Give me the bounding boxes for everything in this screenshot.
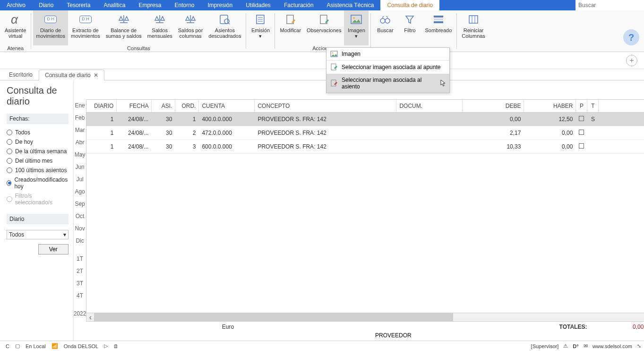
menu-empresa[interactable]: Empresa — [132, 0, 168, 10]
warning-icon[interactable]: ⚠ — [563, 343, 568, 349]
col-asi[interactable]: ASI. — [152, 100, 175, 112]
emision-button[interactable]: Emisión▾ — [248, 10, 273, 45]
col-t[interactable]: T — [587, 100, 599, 112]
status-calendar-icon[interactable]: 🗓 — [111, 343, 121, 349]
diario-movimientos-button[interactable]: D H Diario demovimientos — [33, 10, 68, 45]
month-sep[interactable]: Sep — [75, 198, 85, 210]
radio-creados-hoy[interactable]: Creados/modificados hoy — [7, 175, 69, 191]
asientos-descuadrados-button[interactable]: Asientosdescuadrados — [206, 10, 244, 45]
col-p[interactable]: P — [576, 100, 587, 112]
filtro-button[interactable]: Filtro — [397, 10, 422, 45]
tab-escritorio[interactable]: Escritorio — [3, 69, 39, 80]
buscar-button[interactable]: Buscar — [373, 10, 397, 45]
horizontal-scrollbar[interactable]: ‹ › — [86, 313, 644, 322]
menu-facturacion[interactable]: Facturación — [277, 0, 320, 10]
menu-impresion[interactable]: Impresión — [201, 0, 239, 10]
menu-asistencia[interactable]: Asistencia Técnica — [320, 0, 381, 10]
quarter-1t[interactable]: 1T — [77, 253, 83, 265]
status-onda[interactable]: Onda DELSOL — [61, 343, 101, 349]
search-input[interactable] — [578, 2, 641, 9]
svg-rect-1 — [220, 15, 228, 24]
dropdown-item-sel-apunte[interactable]: Seleccionar imagen asociada al apunte — [326, 61, 449, 74]
radio-100[interactable]: 100 últimos asientos — [7, 166, 69, 175]
month-ago[interactable]: Ago — [75, 185, 85, 198]
month-jul[interactable]: Jul — [76, 173, 83, 185]
month-feb[interactable]: Feb — [75, 112, 85, 124]
table-row[interactable]: 1 24/08/... 30 1 400.0.0.000 PROVEEDOR S… — [86, 113, 644, 126]
balance-sumas-saldos-button[interactable]: Balance desumas y saldos — [103, 10, 145, 45]
saldos-columnas-button[interactable]: Saldos porcolumnas — [175, 10, 206, 45]
col-cuenta[interactable]: CUENTA — [199, 100, 255, 112]
checkbox[interactable] — [576, 140, 587, 153]
extracto-movimientos-button[interactable]: D H Extracto demovimientos — [68, 10, 103, 45]
diario-heading: Diario — [7, 214, 69, 224]
ribbon-group-columns: ReiniciarColumnas — [457, 10, 490, 52]
checkbox[interactable] — [576, 126, 587, 140]
menu-consulta-diario[interactable]: Consulta de diario — [380, 0, 439, 10]
radio-todos[interactable]: Todos — [7, 128, 69, 137]
radio-semana[interactable]: De la última semana — [7, 147, 69, 156]
col-docum[interactable]: DOCUM. — [396, 100, 463, 112]
observaciones-button[interactable]: Observaciones — [304, 10, 344, 45]
columns-balance-icon — [183, 12, 198, 26]
status-play-icon[interactable]: ▷ — [101, 343, 111, 349]
col-debe[interactable]: DEBE — [463, 100, 524, 112]
month-oct[interactable]: Oct — [76, 210, 85, 222]
imagen-button[interactable]: Imagen▾ — [344, 10, 369, 45]
diario-select[interactable]: Todos ▾ — [7, 230, 69, 239]
reiniciar-columnas-button[interactable]: ReiniciarColumnas — [459, 10, 488, 45]
year-2022[interactable]: 2022 — [74, 307, 86, 320]
menu-entorno[interactable]: Entorno — [168, 0, 201, 10]
add-button[interactable]: + — [626, 55, 637, 66]
menu-archivo[interactable]: Archivo — [0, 0, 32, 10]
status-url[interactable]: www.sdelsol.com — [592, 343, 632, 349]
search-box[interactable] — [575, 0, 644, 10]
attach-asiento-icon — [330, 79, 338, 87]
grid-body[interactable]: 1 24/08/... 30 1 400.0.0.000 PROVEEDOR S… — [86, 113, 644, 313]
table-row[interactable]: 1 24/08/... 30 2 472.0.0.000 PROVEEDOR S… — [86, 126, 644, 140]
quarter-3t[interactable]: 3T — [77, 277, 83, 290]
dropdown-item-sel-asiento[interactable]: Seleccionar imagen asociada al asiento — [326, 74, 449, 93]
asistente-virtual-button[interactable]: α Asistentevirtual — [2, 10, 29, 45]
col-ord[interactable]: ORD. — [175, 100, 199, 112]
sombreado-button[interactable]: Sombreado — [422, 10, 455, 45]
quarter-2t[interactable]: 2T — [77, 265, 83, 277]
col-diario[interactable]: DIARIO — [86, 100, 117, 112]
saldos-mensuales-button[interactable]: Saldosmensuales — [145, 10, 175, 45]
menu-analitica[interactable]: Analítica — [97, 0, 132, 10]
quarter-4t[interactable]: 4T — [77, 290, 83, 302]
table-row[interactable]: 1 24/08/... 30 3 600.0.0.000 PROVEEDOR S… — [86, 140, 644, 154]
status-wifi-icon[interactable]: 📶 — [49, 343, 61, 349]
grid-area: ⟳ DIARIO FECHA ASI. ORD. CUENTA CONCEPTO… — [86, 80, 644, 341]
menu-utilidades[interactable]: Utilidades — [239, 0, 277, 10]
help-button[interactable]: ? — [623, 29, 639, 45]
dropdown-item-imagen[interactable]: Imagen — [326, 48, 449, 60]
close-icon[interactable]: ✕ — [94, 72, 98, 79]
col-fecha[interactable]: FECHA — [117, 100, 152, 112]
tab-consulta-diario[interactable]: Consulta de diario ✕ — [39, 70, 104, 80]
scroll-thumb[interactable] — [94, 313, 453, 321]
menu-bar: Archivo Diario Tesorería Analítica Empre… — [0, 0, 644, 10]
modificar-button[interactable]: Modificar — [277, 10, 304, 45]
pin-icon[interactable]: ⤡ — [637, 343, 641, 349]
ver-button[interactable]: Ver — [38, 244, 69, 254]
month-ene[interactable]: Ene — [75, 99, 85, 112]
menu-diario[interactable]: Diario — [32, 0, 60, 10]
mail-icon[interactable]: ✉ — [584, 343, 588, 349]
checkbox[interactable] — [576, 113, 587, 126]
radio-mes[interactable]: Del último mes — [7, 156, 69, 166]
month-mar[interactable]: Mar — [75, 124, 85, 136]
d-badge-icon[interactable]: D° — [573, 343, 578, 349]
radio-hoy[interactable]: De hoy — [7, 137, 69, 147]
month-nov[interactable]: Nov — [75, 222, 85, 235]
status-box-icon[interactable]: ▢ — [12, 343, 23, 349]
month-abr[interactable]: Abr — [76, 136, 85, 149]
month-dic[interactable]: Dic — [76, 235, 84, 247]
month-may[interactable]: May — [75, 149, 86, 161]
month-jun[interactable]: Jun — [75, 161, 84, 173]
col-concepto[interactable]: CONCEPTO — [255, 100, 396, 112]
status-c-icon[interactable]: C — [3, 343, 12, 349]
scroll-left-icon[interactable]: ‹ — [86, 313, 94, 321]
menu-tesoreria[interactable]: Tesorería — [60, 0, 97, 10]
col-haber[interactable]: HABER — [524, 100, 576, 112]
